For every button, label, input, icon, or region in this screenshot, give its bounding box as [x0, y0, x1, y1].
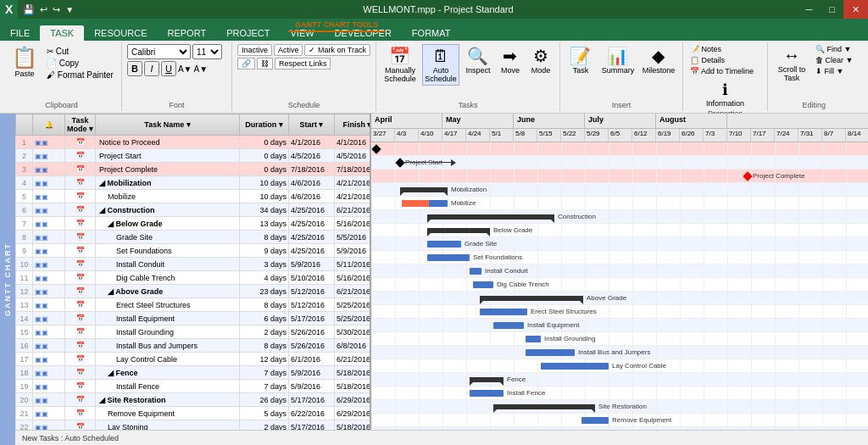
table-row[interactable]: 2▣▣📅Project Start0 days4/5/20164/5/2016	[16, 149, 372, 163]
font-size-select[interactable]: 11	[192, 44, 222, 59]
table-row[interactable]: 5▣▣📅Mobilize10 days4/6/20164/21/2016	[16, 190, 372, 203]
new-tasks-status: New Tasks : Auto Scheduled	[22, 434, 119, 442]
bold-btn[interactable]: B	[127, 61, 142, 76]
table-row[interactable]: 6▣▣📅◢ Construction34 days4/25/20166/21/2…	[16, 203, 372, 217]
editing-group: ↔ Scroll to Task 🔍 Find ▼ 🗑 Clear ▼ ⬇ Fi…	[768, 42, 860, 111]
table-row[interactable]: 7▣▣📅◢ Below Grade13 days4/25/20165/16/20…	[16, 217, 372, 231]
respect-links-btn[interactable]: Respect Links	[275, 58, 331, 70]
gantt-bar	[427, 228, 490, 233]
table-row[interactable]: 18▣▣📅◢ Fence7 days5/9/20165/18/2016	[16, 366, 372, 380]
notes-btn[interactable]: 📝 Notes	[688, 44, 762, 54]
tab-resource[interactable]: RESOURCE	[84, 25, 157, 41]
table-row[interactable]: 20▣▣📅◢ Site Restoration26 days5/17/20166…	[16, 393, 372, 407]
minimize-btn[interactable]: ─	[798, 0, 821, 19]
inactive-btn[interactable]: Inactive	[237, 44, 272, 56]
paste-btn[interactable]: 📋 Paste	[7, 44, 42, 101]
italic-btn[interactable]: I	[144, 61, 159, 76]
tab-format[interactable]: FORMAT	[402, 25, 461, 41]
mode-btn[interactable]: ⚙ Mode	[527, 44, 554, 76]
table-row[interactable]: 10▣▣📅Install Conduit3 days5/9/20165/11/2…	[16, 258, 372, 271]
highlight-btn[interactable]: A▼	[194, 64, 209, 74]
col-task-name[interactable]: Task Name ▾	[96, 114, 240, 136]
table-row[interactable]: 13▣▣📅Erect Steel Structures8 days5/12/20…	[16, 298, 372, 312]
clear-btn[interactable]: 🗑 Clear ▼	[814, 55, 854, 65]
quick-save[interactable]: 💾	[23, 4, 35, 15]
gantt-bar	[427, 241, 461, 248]
insert-group: 📝 Task 📊 Summary ◆ Milestone Insert	[560, 42, 683, 111]
copy-btn[interactable]: 📄 Copy	[44, 58, 116, 69]
unlink-btn[interactable]: ⛓	[257, 58, 273, 70]
table-row[interactable]: 21▣▣📅Remove Equipment5 days6/22/20166/29…	[16, 407, 372, 420]
underline-btn[interactable]: U	[161, 61, 176, 76]
tab-project[interactable]: PROJECT	[216, 25, 280, 41]
quick-undo[interactable]: ↩	[40, 4, 47, 15]
col-indicators: 🔔	[33, 114, 65, 136]
fill-btn[interactable]: ⬇ Fill ▼	[814, 66, 854, 76]
table-row[interactable]: 8▣▣📅Grade Site8 days4/25/20165/5/2016	[16, 231, 372, 244]
schedule-group: Inactive Active ✓ Mark on Track 🔗 ⛓ Resp…	[232, 42, 376, 111]
clipboard-label: Clipboard	[7, 101, 116, 109]
find-btn[interactable]: 🔍 Find ▼	[814, 44, 854, 54]
table-row[interactable]: 16▣▣📅Install Bus and Jumpers8 days5/26/2…	[16, 339, 372, 353]
window-title: WELLMONT.mpp - Project Standard	[79, 4, 797, 14]
gantt-bar	[470, 377, 504, 382]
add-to-timeline-btn[interactable]: 📅 Add to Timeline	[688, 66, 762, 76]
clipboard-group: 📋 Paste ✂ Cut 📄 Copy 🖌 Format Painter Cl…	[2, 42, 122, 111]
details-btn[interactable]: 📋 Details	[688, 55, 762, 65]
tab-task[interactable]: TASK	[40, 25, 84, 41]
close-btn[interactable]: ✕	[843, 0, 868, 19]
table-row[interactable]: 19▣▣📅Install Fence7 days5/9/20165/18/201…	[16, 380, 372, 393]
scroll-to-task-btn[interactable]: ↔ Scroll to Task	[773, 44, 810, 84]
app-icon: X	[5, 3, 13, 16]
font-family-select[interactable]: Calibri	[127, 44, 191, 59]
maximize-btn[interactable]: □	[821, 0, 843, 19]
gantt-month-header: April May June July August	[371, 114, 868, 129]
mark-on-track-btn[interactable]: ✓ Mark on Track	[304, 44, 370, 56]
col-start[interactable]: Start ▾	[289, 114, 335, 136]
gantt-bar	[493, 322, 524, 329]
manually-schedule-btn[interactable]: 📅 Manually Schedule	[381, 44, 419, 85]
table-row[interactable]: 11▣▣📅Dig Cable Trench4 days5/10/20165/16…	[16, 271, 372, 285]
gantt-bar	[470, 268, 481, 275]
editing-label: Editing	[773, 101, 854, 109]
col-task-mode[interactable]: Task Mode ▾	[65, 114, 96, 136]
gantt-bar	[427, 254, 470, 261]
inspect-btn[interactable]: 🔍 Inspect	[463, 44, 493, 76]
cut-btn[interactable]: ✂ Cut	[44, 46, 116, 57]
move-btn[interactable]: ➡ Move	[497, 44, 524, 76]
gantt-bar	[480, 296, 583, 301]
font-color-btn[interactable]: A▼	[178, 64, 192, 74]
active-btn[interactable]: Active	[274, 44, 303, 56]
table-row[interactable]: 17▣▣📅Lay Control Cable12 days6/1/20166/2…	[16, 353, 372, 366]
gantt-bar	[541, 363, 609, 370]
table-row[interactable]: 15▣▣📅Install Grounding2 days5/26/20165/3…	[16, 325, 372, 339]
table-row[interactable]: 14▣▣📅Install Equipment6 days5/17/20165/2…	[16, 312, 372, 325]
summary-btn[interactable]: 📊 Summary	[599, 44, 637, 76]
quick-redo[interactable]: ↪	[53, 4, 60, 15]
milestone-btn[interactable]: ◆ Milestone	[640, 44, 677, 76]
font-group: Calibri 11 B I U A▼ A▼ Font	[122, 42, 232, 111]
table-row[interactable]: 4▣▣📅◢ Mobilization10 days4/6/20164/21/20…	[16, 176, 372, 190]
gantt-bar	[493, 404, 595, 409]
tab-report[interactable]: REPORT	[158, 25, 217, 41]
gantt-bar	[480, 309, 527, 315]
gantt-tools-banner: GANTT CHART TOOLS	[288, 19, 385, 32]
col-duration[interactable]: Duration ▾	[240, 114, 289, 136]
format-painter-btn[interactable]: 🖌 Format Painter	[44, 70, 116, 81]
auto-schedule-btn[interactable]: 🗓 Auto Schedule	[422, 44, 459, 86]
gantt-bar	[526, 336, 541, 342]
table-row[interactable]: 22▣▣📅Lay Stoning2 days5/17/20165/18/2016	[16, 420, 372, 431]
information-btn[interactable]: ℹ Information	[688, 79, 762, 109]
view-label: GANTT CHART	[0, 114, 15, 445]
task-btn[interactable]: 📝 Task	[565, 44, 596, 76]
customize-qat[interactable]: ▼	[65, 5, 74, 14]
tasks-label: Tasks	[381, 101, 554, 109]
col-finish[interactable]: Finish ▾	[335, 114, 372, 136]
tab-file[interactable]: FILE	[0, 25, 40, 41]
table-row[interactable]: 1▣▣📅Notice to Proceed0 days4/1/20164/1/2…	[16, 136, 372, 149]
link-btn[interactable]: 🔗	[237, 58, 255, 70]
table-row[interactable]: 9▣▣📅Set Foundations9 days4/25/20165/9/20…	[16, 244, 372, 258]
table-row[interactable]: 3▣▣📅Project Complete0 days7/18/20167/18/…	[16, 163, 372, 176]
font-label: Font	[127, 101, 226, 109]
table-row[interactable]: 12▣▣📅◢ Above Grade23 days5/12/20166/21/2…	[16, 285, 372, 298]
